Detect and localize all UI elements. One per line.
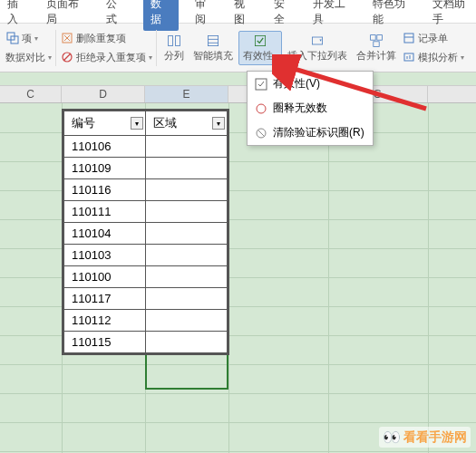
label-item: 项 xyxy=(22,32,32,45)
svg-line-25 xyxy=(257,130,265,137)
cell[interactable] xyxy=(146,223,228,245)
cell[interactable]: 110104 xyxy=(64,223,146,245)
ribbon-right-stack: 记录单 模拟分析 ▾ xyxy=(402,29,464,66)
validity-button[interactable]: 有效性▾ xyxy=(238,31,282,65)
filter-button[interactable]: ▾ xyxy=(131,117,143,130)
smart-fill-label: 智能填充 xyxy=(193,49,233,63)
dropdown-item-validity[interactable]: 有效性(V) xyxy=(248,72,373,96)
circle-invalid-icon xyxy=(255,102,267,115)
svg-rect-16 xyxy=(374,41,379,46)
table-header-id[interactable]: 编号 ▾ xyxy=(64,111,146,136)
filter-button[interactable]: ▾ xyxy=(212,117,225,130)
tab-formula[interactable]: 公式 xyxy=(104,0,129,31)
cell[interactable] xyxy=(146,158,228,179)
cell[interactable]: 110117 xyxy=(64,288,146,310)
table-row[interactable]: 110109 xyxy=(64,158,228,179)
table-row[interactable]: 110100 xyxy=(64,266,228,288)
svg-point-23 xyxy=(257,104,266,113)
cell[interactable] xyxy=(146,310,228,332)
tab-page-layout[interactable]: 页面布局 xyxy=(44,0,90,31)
table-header-region[interactable]: 区域 ▾ xyxy=(146,111,228,136)
cell[interactable]: 110100 xyxy=(64,266,146,288)
cell[interactable]: 110111 xyxy=(64,201,146,223)
delete-duplicates-button[interactable]: 删除重复项 xyxy=(60,29,152,47)
tab-security[interactable]: 安全 xyxy=(272,0,296,31)
tab-view[interactable]: 视图 xyxy=(232,0,257,31)
header-region-label: 区域 xyxy=(153,116,177,130)
data-compare-button[interactable]: 数据对比 xyxy=(5,51,45,64)
chevron-down-icon: ▾ xyxy=(461,53,464,62)
validity-icon xyxy=(253,34,267,48)
col-header-c[interactable]: C xyxy=(0,86,62,102)
tab-insert[interactable]: 插入 xyxy=(5,0,30,31)
ribbon-left-stack: 项 ▾ 数据对比 ▾ xyxy=(5,29,52,66)
chevron-down-icon: ▾ xyxy=(274,53,277,61)
svg-rect-19 xyxy=(404,53,413,61)
split-column-icon xyxy=(167,34,181,48)
spreadsheet-area[interactable]: 编号 ▾ 区域 ▾ 110106 110109 110116 110111 11… xyxy=(0,103,476,453)
ribbon: 项 ▾ 数据对比 ▾ 删除重复项 拒绝录入重复项 ▾ 分列 xyxy=(0,24,476,72)
dropdown-item-clear-circles[interactable]: 清除验证标识圈(R) xyxy=(248,120,373,145)
insert-dropdown-icon xyxy=(310,34,325,48)
cell[interactable] xyxy=(146,136,228,158)
smart-fill-icon xyxy=(206,34,220,48)
cell[interactable] xyxy=(146,179,228,201)
tab-features[interactable]: 特色功能 xyxy=(371,0,416,31)
record-form-button[interactable]: 记录单 xyxy=(402,29,464,47)
consolidate-button[interactable]: 合并计算 xyxy=(353,32,400,64)
table-row[interactable]: 110103 xyxy=(64,245,228,266)
cell[interactable]: 110109 xyxy=(64,158,146,179)
cell[interactable] xyxy=(146,332,228,353)
table-row[interactable]: 110106 xyxy=(64,136,228,158)
cell[interactable]: 110112 xyxy=(64,310,146,332)
cell[interactable] xyxy=(146,288,228,310)
insert-dropdown-label: 插入下拉列表 xyxy=(287,49,347,63)
validity-label: 有效性 xyxy=(243,50,273,61)
table-row[interactable]: 110104 xyxy=(64,223,228,245)
table-row[interactable]: 110116 xyxy=(64,179,228,201)
cell[interactable]: 110115 xyxy=(64,332,146,353)
cell[interactable] xyxy=(146,201,228,223)
cell[interactable]: 110103 xyxy=(64,245,146,266)
watermark: 👀 看看手游网 xyxy=(379,427,471,448)
separator xyxy=(156,30,157,66)
cell[interactable]: 110116 xyxy=(64,179,146,201)
svg-line-6 xyxy=(63,53,71,61)
column-headers: C D E F G xyxy=(0,85,476,103)
what-if-button[interactable]: 模拟分析 ▾ xyxy=(402,48,464,66)
table-row[interactable]: 110117 xyxy=(64,288,228,310)
chevron-down-icon: ▾ xyxy=(34,34,38,43)
table-row[interactable]: 110111 xyxy=(64,201,228,223)
insert-dropdown-button[interactable]: 插入下拉列表 xyxy=(284,32,351,64)
tab-data[interactable]: 数据 xyxy=(143,0,179,31)
col-header-e[interactable]: E xyxy=(145,86,228,102)
cell[interactable] xyxy=(146,266,228,288)
dropdown-item-label: 圈释无效数 xyxy=(273,101,327,116)
smart-fill-button[interactable]: 智能填充 xyxy=(189,32,237,64)
svg-rect-9 xyxy=(208,35,218,45)
consolidate-label: 合并计算 xyxy=(356,49,396,63)
tab-doc-helper[interactable]: 文档助手 xyxy=(431,0,476,31)
consolidate-icon xyxy=(369,34,384,48)
dropdown-item-circle-invalid[interactable]: 圈释无效数 xyxy=(248,96,373,120)
table-row[interactable]: 110115 xyxy=(64,332,228,353)
reject-duplicates-button[interactable]: 拒绝录入重复项 ▾ xyxy=(60,48,152,66)
tab-dev-tools[interactable]: 开发工具 xyxy=(311,0,356,31)
menubar: 插入 页面布局 公式 数据 审阅 视图 安全 开发工具 特色功能 文档助手 xyxy=(0,0,476,24)
cell[interactable] xyxy=(146,245,228,266)
chevron-down-icon: ▾ xyxy=(149,53,152,62)
split-column-button[interactable]: 分列 xyxy=(160,32,188,64)
reject-duplicates-label: 拒绝录入重复项 xyxy=(76,51,146,64)
what-if-label: 模拟分析 xyxy=(418,51,458,64)
record-form-icon xyxy=(402,31,416,45)
table-row[interactable]: 110112 xyxy=(64,310,228,332)
cell[interactable]: 110106 xyxy=(64,136,146,158)
clear-circles-icon xyxy=(255,127,267,140)
svg-rect-7 xyxy=(169,35,173,45)
split-column-label: 分列 xyxy=(164,49,184,63)
delete-duplicates-label: 删除重复项 xyxy=(76,32,126,45)
svg-rect-8 xyxy=(176,35,180,45)
dedup-small-icon xyxy=(5,31,20,45)
tab-review[interactable]: 审阅 xyxy=(193,0,218,31)
col-header-d[interactable]: D xyxy=(62,86,145,102)
